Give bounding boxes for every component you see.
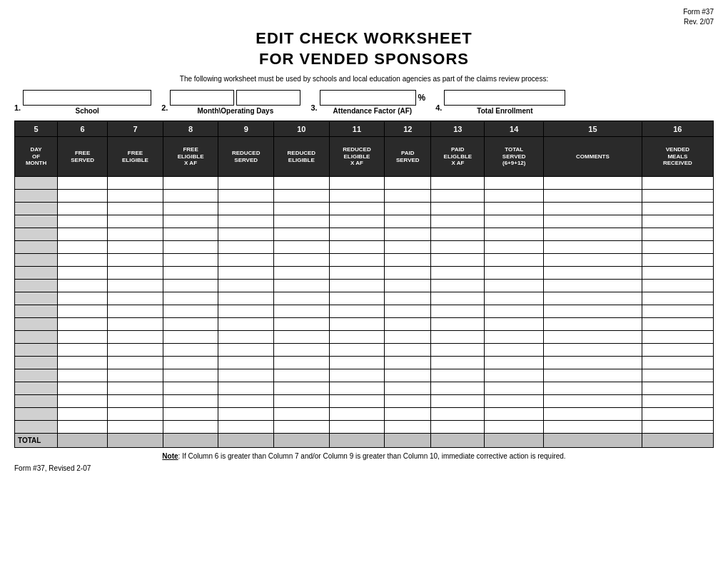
cell-row4-col12[interactable] bbox=[642, 215, 713, 228]
cell-row3-col4[interactable] bbox=[163, 203, 218, 215]
cell-row11-col6[interactable] bbox=[274, 305, 330, 318]
cell-row8-col1[interactable] bbox=[15, 267, 58, 280]
operating-days-input[interactable] bbox=[236, 90, 300, 106]
cell-row14-col11[interactable] bbox=[544, 344, 642, 357]
cell-row20-col4[interactable] bbox=[163, 421, 218, 434]
cell-row11-col9[interactable] bbox=[431, 305, 485, 318]
cell-row17-col2[interactable] bbox=[58, 382, 108, 395]
cell-row7-col2[interactable] bbox=[58, 254, 108, 267]
cell-row9-col8[interactable] bbox=[385, 280, 431, 292]
cell-row20-col1[interactable] bbox=[15, 421, 58, 434]
cell-row17-col9[interactable] bbox=[431, 382, 485, 395]
cell-row3-col3[interactable] bbox=[108, 203, 163, 215]
cell-row11-col10[interactable] bbox=[485, 305, 544, 318]
cell-row9-col12[interactable] bbox=[642, 280, 713, 292]
cell-row4-col11[interactable] bbox=[544, 215, 642, 228]
school-input[interactable] bbox=[23, 90, 151, 106]
cell-row13-col8[interactable] bbox=[385, 331, 431, 344]
cell-row6-col1[interactable] bbox=[15, 241, 58, 254]
cell-row6-col11[interactable] bbox=[544, 241, 642, 254]
cell-row20-col5[interactable] bbox=[218, 421, 274, 434]
cell-row14-col4[interactable] bbox=[163, 344, 218, 357]
cell-row20-col12[interactable] bbox=[642, 421, 713, 434]
cell-row5-col4[interactable] bbox=[163, 228, 218, 241]
cell-row18-col11[interactable] bbox=[544, 395, 642, 408]
cell-row12-col12[interactable] bbox=[642, 318, 713, 331]
cell-row16-col11[interactable] bbox=[544, 369, 642, 382]
cell-row2-col11[interactable] bbox=[544, 190, 642, 203]
cell-row19-col1[interactable] bbox=[15, 408, 58, 421]
cell-row9-col6[interactable] bbox=[274, 280, 330, 292]
cell-row13-col10[interactable] bbox=[485, 331, 544, 344]
cell-row6-col12[interactable] bbox=[642, 241, 713, 254]
cell-row20-col3[interactable] bbox=[108, 421, 163, 434]
cell-row9-col5[interactable] bbox=[218, 280, 274, 292]
cell-row9-col10[interactable] bbox=[485, 280, 544, 292]
cell-row4-col7[interactable] bbox=[329, 215, 385, 228]
cell-row18-col5[interactable] bbox=[218, 395, 274, 408]
cell-row19-col3[interactable] bbox=[108, 408, 163, 421]
cell-row13-col6[interactable] bbox=[274, 331, 330, 344]
cell-row1-col2[interactable] bbox=[58, 177, 108, 190]
cell-row8-col12[interactable] bbox=[642, 267, 713, 280]
cell-row12-col1[interactable] bbox=[15, 318, 58, 331]
cell-row17-col1[interactable] bbox=[15, 382, 58, 395]
cell-row10-col2[interactable] bbox=[58, 292, 108, 305]
cell-row5-col5[interactable] bbox=[218, 228, 274, 241]
cell-row3-col9[interactable] bbox=[431, 203, 485, 215]
cell-row19-col10[interactable] bbox=[485, 408, 544, 421]
cell-row17-col4[interactable] bbox=[163, 382, 218, 395]
cell-row18-col10[interactable] bbox=[485, 395, 544, 408]
cell-row16-col5[interactable] bbox=[218, 369, 274, 382]
cell-row1-col10[interactable] bbox=[485, 177, 544, 190]
cell-row14-col5[interactable] bbox=[218, 344, 274, 357]
cell-row8-col6[interactable] bbox=[274, 267, 330, 280]
cell-row1-col4[interactable] bbox=[163, 177, 218, 190]
cell-row2-col4[interactable] bbox=[163, 190, 218, 203]
cell-row2-col3[interactable] bbox=[108, 190, 163, 203]
cell-row6-col7[interactable] bbox=[329, 241, 385, 254]
cell-row7-col8[interactable] bbox=[385, 254, 431, 267]
cell-row13-col3[interactable] bbox=[108, 331, 163, 344]
cell-row19-col4[interactable] bbox=[163, 408, 218, 421]
cell-row13-col2[interactable] bbox=[58, 331, 108, 344]
cell-row2-col8[interactable] bbox=[385, 190, 431, 203]
cell-row4-col2[interactable] bbox=[58, 215, 108, 228]
cell-row6-col8[interactable] bbox=[385, 241, 431, 254]
cell-row5-col9[interactable] bbox=[431, 228, 485, 241]
cell-row11-col3[interactable] bbox=[108, 305, 163, 318]
cell-row10-col5[interactable] bbox=[218, 292, 274, 305]
total-enrollment-input[interactable] bbox=[444, 90, 565, 106]
cell-row7-col5[interactable] bbox=[218, 254, 274, 267]
cell-row15-col10[interactable] bbox=[485, 357, 544, 369]
cell-row7-col10[interactable] bbox=[485, 254, 544, 267]
cell-row16-col2[interactable] bbox=[58, 369, 108, 382]
cell-row5-col12[interactable] bbox=[642, 228, 713, 241]
cell-row7-col12[interactable] bbox=[642, 254, 713, 267]
cell-row2-col2[interactable] bbox=[58, 190, 108, 203]
cell-row5-col1[interactable] bbox=[15, 228, 58, 241]
cell-row7-col1[interactable] bbox=[15, 254, 58, 267]
cell-row16-col10[interactable] bbox=[485, 369, 544, 382]
cell-row13-col4[interactable] bbox=[163, 331, 218, 344]
cell-row9-col1[interactable] bbox=[15, 280, 58, 292]
cell-row18-col9[interactable] bbox=[431, 395, 485, 408]
cell-row19-col12[interactable] bbox=[642, 408, 713, 421]
cell-row5-col6[interactable] bbox=[274, 228, 330, 241]
cell-row5-col11[interactable] bbox=[544, 228, 642, 241]
cell-row12-col5[interactable] bbox=[218, 318, 274, 331]
cell-row11-col5[interactable] bbox=[218, 305, 274, 318]
cell-row14-col9[interactable] bbox=[431, 344, 485, 357]
cell-row11-col11[interactable] bbox=[544, 305, 642, 318]
cell-row15-col2[interactable] bbox=[58, 357, 108, 369]
cell-row15-col9[interactable] bbox=[431, 357, 485, 369]
cell-row17-col8[interactable] bbox=[385, 382, 431, 395]
cell-row12-col6[interactable] bbox=[274, 318, 330, 331]
cell-row12-col4[interactable] bbox=[163, 318, 218, 331]
cell-row4-col8[interactable] bbox=[385, 215, 431, 228]
cell-row14-col10[interactable] bbox=[485, 344, 544, 357]
cell-row19-col7[interactable] bbox=[329, 408, 385, 421]
cell-row20-col9[interactable] bbox=[431, 421, 485, 434]
cell-row20-col10[interactable] bbox=[485, 421, 544, 434]
cell-row3-col7[interactable] bbox=[329, 203, 385, 215]
